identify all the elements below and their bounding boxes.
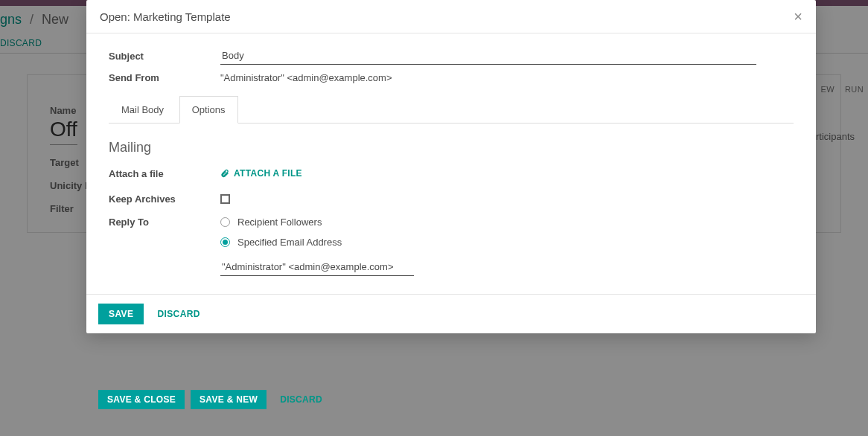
reply-followers-label: Recipient Followers [237, 217, 322, 228]
subject-label: Subject [109, 51, 220, 62]
inner-discard-button[interactable]: DISCARD [272, 390, 330, 409]
save-button[interactable]: SAVE [98, 304, 144, 324]
close-icon[interactable]: × [794, 9, 802, 24]
tab-options[interactable]: Options [179, 96, 238, 124]
discard-button[interactable]: DISCARD [150, 304, 207, 324]
dialog-title: Open: Marketing Template [100, 10, 231, 23]
reply-to-radio-group: Recipient Followers Specified Email Addr… [220, 217, 342, 248]
keep-archives-label: Keep Archives [109, 193, 220, 205]
marketing-template-dialog: Open: Marketing Template × Subject Send … [86, 0, 816, 333]
reply-email-input[interactable] [220, 258, 414, 276]
radio-icon [220, 217, 230, 227]
tab-mail-body[interactable]: Mail Body [109, 96, 176, 124]
attach-file-label: Attach a file [109, 168, 220, 179]
reply-specified-label: Specified Email Address [237, 237, 342, 248]
subject-input[interactable] [220, 47, 756, 65]
save-new-button[interactable]: SAVE & NEW [191, 390, 267, 409]
dialog-body: Subject Send From "Administrator" <admin… [86, 33, 816, 294]
send-from-label: Send From [109, 72, 220, 83]
mailing-section-title: Mailing [109, 140, 794, 156]
keep-archives-checkbox[interactable] [220, 194, 230, 204]
inner-form-footer: SAVE & CLOSE SAVE & NEW DISCARD [98, 390, 330, 409]
radio-checked-icon [220, 237, 230, 247]
dialog-footer: SAVE DISCARD [86, 294, 816, 333]
attach-file-button[interactable]: ATTACH A FILE [220, 168, 302, 179]
paperclip-icon [220, 169, 229, 178]
reply-specified-radio[interactable]: Specified Email Address [220, 237, 342, 248]
save-close-button[interactable]: SAVE & CLOSE [98, 390, 185, 409]
reply-followers-radio[interactable]: Recipient Followers [220, 217, 342, 228]
dialog-header: Open: Marketing Template × [86, 0, 816, 33]
reply-to-label: Reply To [109, 217, 220, 228]
tab-bar: Mail Body Options [109, 95, 794, 124]
attach-file-text: ATTACH A FILE [234, 168, 302, 179]
send-from-value: "Administrator" <admin@example.com> [220, 72, 794, 83]
